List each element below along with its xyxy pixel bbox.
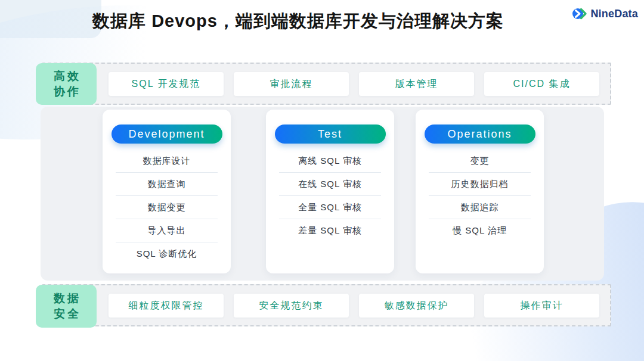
stage-item: SQL 诊断优化 <box>116 242 218 265</box>
stage-pill-test: Test <box>275 125 386 144</box>
security-item-security-rules: 安全规范约束 <box>234 294 349 318</box>
collaboration-tab-line1: 高效 <box>51 69 81 84</box>
collaboration-item-version-control: 版本管理 <box>359 72 474 96</box>
security-items-row: 细粒度权限管控 安全规范约束 敏感数据保护 操作审计 <box>109 294 599 318</box>
security-item-operation-audit: 操作审计 <box>484 294 599 318</box>
collaboration-tab: 高效 协作 <box>36 63 97 105</box>
stage-list-test: 离线 SQL 审核 在线 SQL 审核 全量 SQL 审核 差量 SQL 审核 <box>266 150 394 242</box>
stage-item: 差量 SQL 审核 <box>279 219 381 242</box>
stage-item: 历史数据归档 <box>429 173 531 196</box>
ninedata-logo-icon <box>572 7 587 21</box>
stage-pill-operations: Operations <box>425 125 535 144</box>
stage-item: 数据变更 <box>116 196 218 219</box>
stage-item: 离线 SQL 审核 <box>279 150 381 173</box>
stage-item: 数据查询 <box>116 173 218 196</box>
security-tab: 数据 安全 <box>36 285 97 328</box>
stage-item: 数据追踪 <box>429 196 531 219</box>
collaboration-item-sql-standard: SQL 开发规范 <box>109 72 224 96</box>
security-item-sensitive-data: 敏感数据保护 <box>359 294 474 318</box>
security-tab-line1: 数据 <box>51 291 81 306</box>
stage-list-operations: 变更 历史数据归档 数据追踪 慢 SQL 治理 <box>416 150 544 242</box>
collaboration-item-approval-flow: 审批流程 <box>234 72 349 96</box>
page-title: 数据库 Devops，端到端数据库开发与治理解决方案 <box>0 10 596 33</box>
stage-card-development: Development 数据库设计 数据查询 数据变更 导入导出 SQL 诊断优… <box>103 110 231 273</box>
stage-item: 全量 SQL 审核 <box>279 196 381 219</box>
stage-list-development: 数据库设计 数据查询 数据变更 导入导出 SQL 诊断优化 <box>103 150 231 265</box>
security-tab-line2: 安全 <box>51 306 81 322</box>
stage-item: 在线 SQL 审核 <box>279 173 381 196</box>
brand-logo: NineData <box>572 7 638 21</box>
slide-canvas: 数据库 Devops，端到端数据库开发与治理解决方案 NineData 高效 协… <box>0 0 644 361</box>
stage-card-test: Test 离线 SQL 审核 在线 SQL 审核 全量 SQL 审核 差量 SQ… <box>266 110 394 273</box>
stage-card-operations: Operations 变更 历史数据归档 数据追踪 慢 SQL 治理 <box>416 110 544 273</box>
stage-pill-development: Development <box>112 125 222 144</box>
stage-item: 变更 <box>429 150 531 173</box>
collaboration-items-row: SQL 开发规范 审批流程 版本管理 CI/CD 集成 <box>109 72 599 96</box>
brand-name: NineData <box>590 8 638 20</box>
security-item-permission-control: 细粒度权限管控 <box>109 294 224 318</box>
stage-item: 导入导出 <box>116 219 218 242</box>
collaboration-tab-line2: 协作 <box>51 84 81 99</box>
stage-item: 数据库设计 <box>116 150 218 173</box>
collaboration-item-cicd: CI/CD 集成 <box>484 72 599 96</box>
stage-item: 慢 SQL 治理 <box>429 219 531 242</box>
